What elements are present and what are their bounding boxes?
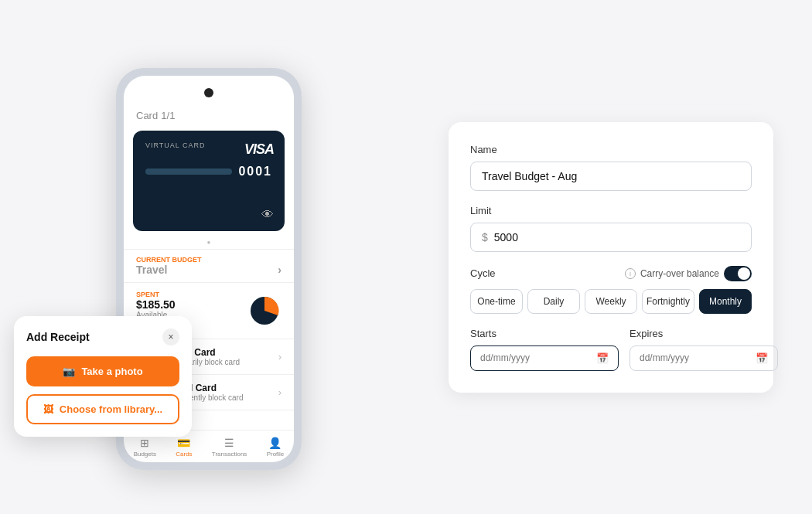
starts-field: Starts 📅 [470,328,619,371]
nav-profile[interactable]: 👤 Profile [267,437,285,458]
limit-label: Limit [470,205,752,216]
starts-input[interactable] [480,352,596,363]
transactions-label: Transactions [212,451,247,458]
limit-input[interactable] [494,223,740,251]
vc-number: 0001 [238,165,272,179]
starts-label: Starts [470,328,619,339]
spent-label: Spent [136,291,176,298]
nav-transactions[interactable]: ☰ Transactions [212,437,247,458]
cycle-buttons: One-timeDailyWeeklyFortnightlyMonthly [470,289,752,314]
name-input[interactable] [470,162,752,191]
freeze-chevron-icon: › [278,351,281,363]
carry-over-label: Carry-over balance [640,268,719,279]
vc-dots [145,168,232,175]
date-row: Starts 📅 Expires 📅 [470,328,752,371]
toggle-knob [738,267,750,280]
add-receipt-modal: Add Receipt × 📷 Take a photo 🖼 Choose fr… [14,316,192,437]
cards-label: Cards [176,451,192,458]
expires-input-wrap: 📅 [629,346,778,371]
pie-chart [247,294,281,328]
carry-over-toggle[interactable] [724,266,752,281]
modal-header: Add Receipt × [26,328,179,346]
cycle-btn-one-time[interactable]: One-time [470,289,523,314]
modal-close-button[interactable]: × [162,328,179,346]
right-panel: Name Limit $ Cycle i Carry-over balance … [449,122,773,393]
expires-field: Expires 📅 [629,328,778,371]
budget-row[interactable]: Current Budget Travel › [124,249,294,283]
budget-chevron: › [278,264,281,276]
carry-over-info-icon[interactable]: i [625,268,636,279]
scene: Card 1/1 VIRTUAL CARD VISA 0001 👁 ● C [0,0,812,514]
take-photo-label: Take a photo [81,366,142,377]
starts-input-wrap: 📅 [470,346,619,371]
cycle-btn-daily[interactable]: Daily [527,289,580,314]
phone-notch [204,88,213,97]
cycle-btn-fortnightly[interactable]: Fortnightly [642,289,694,314]
profile-icon: 👤 [268,437,281,449]
cycle-label: Cycle [470,267,496,279]
cycle-row: Cycle i Carry-over balance [470,266,752,281]
cycle-btn-weekly[interactable]: Weekly [585,289,637,314]
carry-over-wrap: i Carry-over balance [625,266,752,281]
budgets-icon: ⊞ [140,437,149,449]
cards-icon: 💳 [177,437,190,449]
budget-name-row: Travel › [136,264,281,276]
name-label: Name [470,144,752,155]
vc-number-bar: 0001 [145,165,272,179]
starts-calendar-icon[interactable]: 📅 [596,352,609,364]
card-count: 1/1 [161,110,175,121]
expires-input[interactable] [640,352,756,363]
take-photo-button[interactable]: 📷 Take a photo [26,356,179,386]
cancel-chevron-icon: › [278,386,281,398]
gallery-icon: 🖼 [43,403,53,415]
vc-visa: VISA [244,141,274,158]
vc-eye-icon[interactable]: 👁 [261,208,274,222]
camera-icon: 📷 [63,366,75,377]
virtual-card: VIRTUAL CARD VISA 0001 👁 [133,131,285,231]
nav-budgets[interactable]: ⊞ Budgets [134,437,156,458]
choose-library-button[interactable]: 🖼 Choose from library... [26,394,179,424]
budget-label: Current Budget [136,256,281,264]
expires-label: Expires [629,328,778,339]
phone-dot: ● [124,239,294,246]
profile-label: Profile [267,451,285,458]
budgets-label: Budgets [134,451,156,458]
nav-cards[interactable]: 💳 Cards [176,437,192,458]
card-title: Card [136,110,158,121]
cycle-btn-monthly[interactable]: Monthly [699,289,752,314]
choose-library-label: Choose from library... [60,403,162,415]
limit-input-wrap: $ [470,223,752,252]
transactions-icon: ☰ [224,437,234,449]
modal-title: Add Receipt [26,331,90,343]
budget-name: Travel [136,264,167,276]
limit-currency: $ [482,231,488,243]
spent-amount: $185.50 [136,298,176,311]
card-header: Card 1/1 [124,100,294,126]
expires-calendar-icon[interactable]: 📅 [756,352,768,364]
